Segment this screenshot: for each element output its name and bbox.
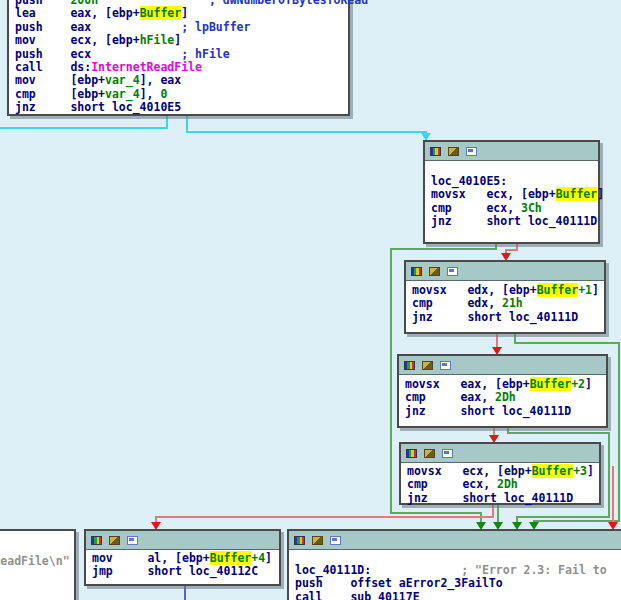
block-check-buffer3-code: movsx ecx, [ebp+Buffer+3]cmp ecx, 2Dhjnz…	[401, 463, 599, 505]
code-line: loc_4010E5:	[431, 175, 598, 188]
block-loc-40111D-error[interactable]: loc_40111D: ; "Error 2.3: Fail topush of…	[287, 529, 621, 600]
code-line: call sub_40117E	[295, 591, 621, 600]
code-line: movsx eax, [ebp+Buffer+2]	[405, 378, 606, 391]
brush-icon[interactable]	[448, 147, 459, 156]
block-mov-al[interactable]: mov al, [ebp+Buffer+4]jmp short loc_4011…	[84, 529, 281, 586]
edge-red-buffer1-fallthrough	[496, 334, 498, 348]
edge-blue-jmp-loc40112C	[184, 586, 186, 600]
block-check-buffer3-titlebar	[401, 444, 599, 463]
palette-icon[interactable]	[91, 536, 102, 545]
brush-icon[interactable]	[429, 267, 440, 276]
block-check-buffer1-code: movsx edx, [ebp+Buffer+1]cmp edx, 21hjnz…	[406, 281, 604, 324]
code-line: mov ecx, [ebp+hFile]	[15, 34, 348, 47]
block-mov-al-titlebar	[86, 531, 279, 550]
code-line: cmp ecx, 3Ch	[431, 202, 598, 215]
edge-green-loc4010E5-taken	[390, 512, 482, 514]
code-line: loc_40111D: ; "Error 2.3: Fail to	[295, 564, 621, 577]
brush-icon[interactable]	[312, 536, 323, 545]
edge-green-buffer2-taken	[608, 432, 610, 518]
brush-icon[interactable]	[424, 449, 435, 458]
palette-icon[interactable]	[411, 267, 422, 276]
code-line: jnz short loc_40111D	[431, 215, 598, 228]
frame-icon[interactable]	[440, 361, 451, 370]
edge-cyan-to-loc4010E5	[186, 131, 427, 133]
frame-icon[interactable]	[442, 449, 453, 458]
code-line: jnz short loc_40111D	[412, 311, 604, 324]
block-internetreadfile-code: push 200h ; dwNumberOfBytesToReadlea eax…	[9, 0, 348, 115]
frame-icon[interactable]	[330, 536, 341, 545]
block-check-buffer3[interactable]: movsx ecx, [ebp+Buffer+3]cmp ecx, 2Dhjnz…	[399, 442, 601, 505]
block-loc-4010E5-titlebar	[425, 142, 598, 161]
block-check-buffer2[interactable]: movsx eax, [ebp+Buffer+2]cmp eax, 2Dhjnz…	[397, 354, 608, 428]
code-line: ReadFile\n"	[0, 555, 74, 568]
edge-green-buffer2-taken	[507, 432, 610, 434]
frame-icon[interactable]	[447, 267, 458, 276]
palette-icon[interactable]	[404, 361, 415, 370]
edge-green-loc4010E5-taken	[390, 248, 497, 250]
block-loc-40111D-error-titlebar	[289, 531, 621, 550]
block-check-buffer1-titlebar	[406, 262, 604, 281]
code-line: push ecx ; hFile	[15, 48, 348, 61]
graph-view[interactable]: push 200h ; dwNumberOfBytesToReadlea eax…	[0, 0, 621, 600]
code-line: movsx ecx, [ebp+Buffer+3]	[407, 465, 599, 478]
block-loc-40111D-error-code: loc_40111D: ; "Error 2.3: Fail topush of…	[289, 550, 621, 600]
edge-red-right-into-error	[612, 466, 614, 523]
code-line: call ds:InternetReadFile	[15, 61, 348, 74]
block-partial-readfile-string-code: ReadFile\n"	[0, 531, 74, 568]
code-line: cmp edx, 21h	[412, 297, 604, 310]
edge-green-loc4010E5-taken	[390, 248, 392, 514]
code-line: cmp [ebp+var_4], 0	[15, 88, 348, 101]
code-line: mov [ebp+var_4], eax	[15, 74, 348, 87]
code-line: push eax ; lpBuffer	[15, 21, 348, 34]
block-loc-4010E5[interactable]: loc_4010E5:movsx ecx, [ebp+Buffer]cmp ec…	[423, 140, 600, 244]
palette-icon[interactable]	[294, 536, 305, 545]
block-check-buffer2-titlebar	[399, 356, 606, 375]
edge-green-buffer1-taken	[514, 342, 620, 344]
code-line: cmp eax, 2Dh	[405, 391, 606, 404]
edge-green-buffer3-taken	[497, 505, 499, 523]
edge-green-buffer1-taken	[533, 520, 620, 522]
edge-cyan-left-exit	[0, 127, 168, 129]
brush-icon[interactable]	[109, 536, 120, 545]
code-line: jnz short loc_40111D	[405, 405, 606, 418]
code-line: push offset aError2_3FailTo	[295, 577, 621, 590]
block-partial-readfile-string[interactable]: ReadFile\n"	[0, 529, 76, 600]
block-internetreadfile[interactable]: push 200h ; dwNumberOfBytesToReadlea eax…	[7, 0, 350, 116]
code-line: lea eax, [ebp+Buffer]	[15, 7, 348, 20]
code-line: mov al, [ebp+Buffer+4]	[92, 552, 279, 565]
frame-icon[interactable]	[466, 147, 477, 156]
block-check-buffer2-code: movsx eax, [ebp+Buffer+2]cmp eax, 2Dhjnz…	[399, 375, 606, 418]
code-line: jmp short loc_40112C	[92, 565, 279, 578]
block-loc-4010E5-code: loc_4010E5:movsx ecx, [ebp+Buffer]cmp ec…	[425, 161, 598, 229]
brush-icon[interactable]	[422, 361, 433, 370]
edge-green-buffer2-taken	[516, 516, 610, 518]
edge-red-buffer3-fallthrough	[155, 516, 494, 518]
code-line: cmp ecx, 2Dh	[407, 478, 599, 491]
code-line: movsx edx, [ebp+Buffer+1]	[412, 284, 604, 297]
block-check-buffer1[interactable]: movsx edx, [ebp+Buffer+1]cmp edx, 21hjnz…	[404, 260, 606, 334]
palette-icon[interactable]	[430, 147, 441, 156]
edge-green-buffer1-taken	[618, 342, 620, 522]
block-mov-al-code: mov al, [ebp+Buffer+4]jmp short loc_4011…	[86, 550, 279, 579]
frame-icon[interactable]	[127, 536, 138, 545]
palette-icon[interactable]	[406, 449, 417, 458]
code-line: movsx ecx, [ebp+Buffer]	[431, 188, 598, 201]
code-line: jnz short loc_4010E5	[15, 101, 348, 114]
code-line: jnz short loc_40111D	[407, 492, 599, 505]
